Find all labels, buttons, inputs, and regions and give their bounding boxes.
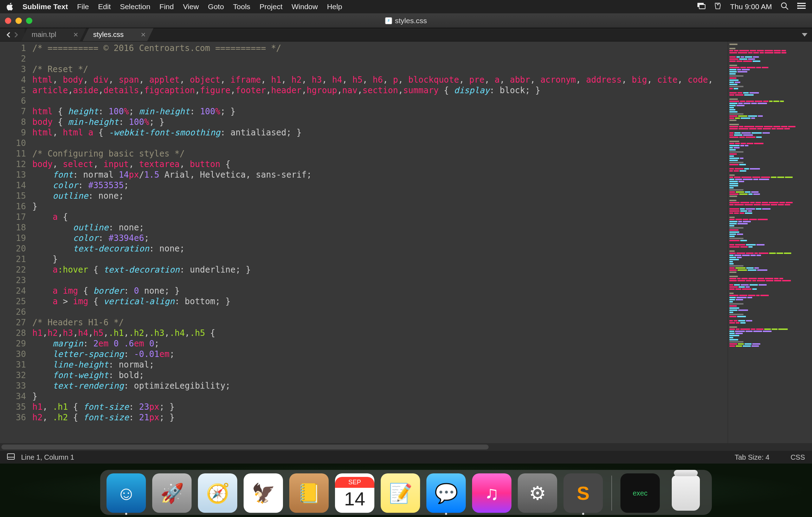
history-nav[interactable]: [0, 28, 25, 41]
menu-file[interactable]: File: [77, 2, 89, 11]
code-editor[interactable]: /* ========== © 2016 Centroarts.com ====…: [32, 42, 728, 443]
line-number[interactable]: 31: [0, 359, 26, 370]
line-number[interactable]: 6: [0, 96, 26, 106]
code-line[interactable]: a > img { vertical-align: bottom; }: [32, 296, 728, 307]
line-number[interactable]: 26: [0, 307, 26, 317]
tab-close-icon[interactable]: ✕: [141, 31, 146, 39]
nav-back-icon[interactable]: [6, 32, 11, 37]
code-line[interactable]: [32, 53, 728, 64]
code-line[interactable]: line-height: normal;: [32, 359, 728, 370]
code-line[interactable]: outline: none;: [32, 191, 728, 201]
cursor-position[interactable]: Line 1, Column 1: [21, 453, 74, 461]
line-number[interactable]: 32: [0, 370, 26, 381]
line-number[interactable]: 36: [0, 412, 26, 423]
line-number[interactable]: 19: [0, 233, 26, 243]
close-window-button[interactable]: [5, 18, 11, 24]
code-line[interactable]: /* Reset */: [32, 64, 728, 75]
dock-app-contacts[interactable]: 📒: [289, 473, 329, 513]
app-name[interactable]: Sublime Text: [22, 2, 68, 11]
dock-app-mail[interactable]: 🦅: [244, 473, 283, 513]
code-line[interactable]: a:hover { text-decoration: underline; }: [32, 264, 728, 275]
code-line[interactable]: }: [32, 391, 728, 402]
line-number[interactable]: 5: [0, 85, 26, 96]
line-number[interactable]: 4: [0, 75, 26, 85]
code-line[interactable]: body, select, input, textarea, button {: [32, 159, 728, 170]
code-line[interactable]: }: [32, 201, 728, 212]
dock-app-notes[interactable]: 📝: [381, 473, 420, 513]
tab-styles-css[interactable]: styles.css ✕: [83, 28, 154, 41]
dock-app-safari[interactable]: 🧭: [198, 473, 237, 513]
dock-app-terminal[interactable]: exec: [620, 473, 660, 513]
line-number[interactable]: 29: [0, 338, 26, 349]
line-number[interactable]: 10: [0, 138, 26, 148]
line-number[interactable]: 27: [0, 317, 26, 328]
console-toggle-icon[interactable]: [7, 453, 15, 461]
line-number[interactable]: 35: [0, 402, 26, 412]
line-number[interactable]: 15: [0, 191, 26, 201]
code-line[interactable]: [32, 138, 728, 148]
code-line[interactable]: /* Configuring basic styles */: [32, 148, 728, 159]
dock-app-sublime-text[interactable]: S: [563, 473, 603, 513]
code-line[interactable]: a img { border: 0 none; }: [32, 286, 728, 296]
menu-window[interactable]: Window: [291, 2, 318, 11]
line-number[interactable]: 7: [0, 106, 26, 117]
line-number[interactable]: 25: [0, 296, 26, 307]
scrollbar-thumb[interactable]: [1, 445, 489, 449]
menu-project[interactable]: Project: [259, 2, 282, 11]
menu-help[interactable]: Help: [327, 2, 342, 11]
window-titlebar[interactable]: # styles.css: [0, 13, 812, 28]
dock-app-messages[interactable]: 💬: [426, 473, 466, 513]
menubar-clock[interactable]: Thu 9:00 AM: [730, 2, 772, 11]
code-line[interactable]: article,aside,details,figcaption,figure,…: [32, 85, 728, 96]
line-number[interactable]: 3: [0, 64, 26, 75]
tab-overflow-button[interactable]: [797, 28, 812, 41]
dock-trash[interactable]: [672, 475, 700, 511]
minimap[interactable]: [728, 42, 812, 443]
code-line[interactable]: html, html a { -webkit-font-smoothing: a…: [32, 127, 728, 138]
nav-forward-icon[interactable]: [13, 32, 18, 37]
menu-selection[interactable]: Selection: [120, 2, 150, 11]
code-line[interactable]: body { min-height: 100%; }: [32, 117, 728, 127]
line-number[interactable]: 1: [0, 43, 26, 53]
dock-app-calendar[interactable]: SEP14: [335, 473, 374, 513]
menu-edit[interactable]: Edit: [98, 2, 111, 11]
line-number[interactable]: 16: [0, 201, 26, 212]
spotlight-search-icon[interactable]: [780, 2, 789, 12]
code-line[interactable]: text-rendering: optimizeLegibility;: [32, 381, 728, 391]
line-number[interactable]: 18: [0, 222, 26, 233]
line-number[interactable]: 12: [0, 159, 26, 170]
line-number[interactable]: 17: [0, 212, 26, 222]
tab-size-selector[interactable]: Tab Size: 4: [735, 453, 769, 461]
code-line[interactable]: /* ========== © 2016 Centroarts.com ====…: [32, 43, 728, 53]
line-number[interactable]: 34: [0, 391, 26, 402]
code-line[interactable]: letter-spacing: -0.01em;: [32, 349, 728, 359]
code-line[interactable]: html { height: 100%; min-height: 100%; }: [32, 106, 728, 117]
code-line[interactable]: [32, 307, 728, 317]
menu-find[interactable]: Find: [160, 2, 174, 11]
line-number[interactable]: 8: [0, 117, 26, 127]
line-number[interactable]: 13: [0, 170, 26, 180]
tab-close-icon[interactable]: ✕: [73, 31, 78, 39]
line-number[interactable]: 22: [0, 264, 26, 275]
code-line[interactable]: }: [32, 254, 728, 264]
display-mirror-icon[interactable]: [697, 2, 705, 11]
apple-menu-icon[interactable]: [6, 3, 13, 11]
code-line[interactable]: [32, 275, 728, 286]
line-number[interactable]: 24: [0, 286, 26, 296]
code-line[interactable]: h1,h2,h3,h4,h5,.h1,.h2,.h3,.h4,.h5 {: [32, 328, 728, 338]
line-number[interactable]: 23: [0, 275, 26, 286]
menu-view[interactable]: View: [183, 2, 199, 11]
code-line[interactable]: text-decoration: none;: [32, 243, 728, 254]
code-line[interactable]: /* Headers H1-6 */: [32, 317, 728, 328]
line-number[interactable]: 28: [0, 328, 26, 338]
code-line[interactable]: outline: none;: [32, 222, 728, 233]
dock-app-itunes[interactable]: ♫: [472, 473, 511, 513]
code-line[interactable]: color: #3394e6;: [32, 233, 728, 243]
code-line[interactable]: h1, .h1 { font-size: 23px; }: [32, 402, 728, 412]
code-line[interactable]: color: #353535;: [32, 180, 728, 191]
line-number-gutter[interactable]: 1234567891011121314151617181920212223242…: [0, 42, 32, 443]
line-number[interactable]: 21: [0, 254, 26, 264]
line-number[interactable]: 9: [0, 127, 26, 138]
line-number[interactable]: 14: [0, 180, 26, 191]
notification-center-icon[interactable]: [797, 2, 806, 11]
